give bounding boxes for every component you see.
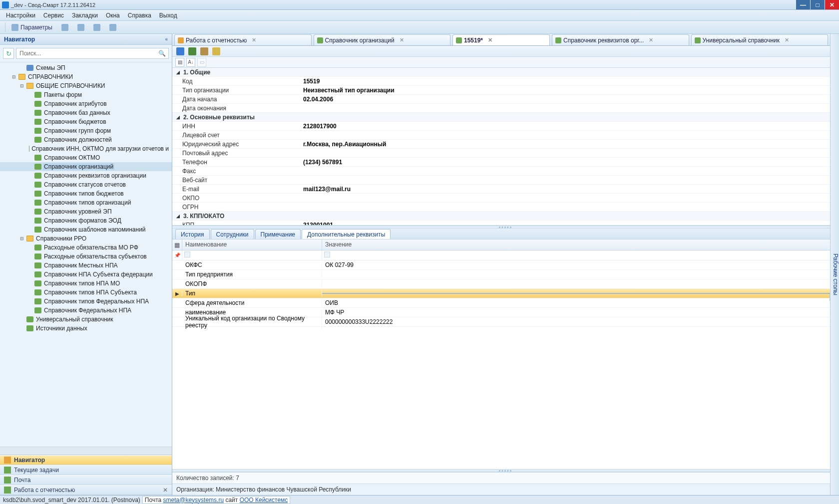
- tree-node[interactable]: Справочник типов Федеральных НПА: [0, 297, 172, 306]
- prop-row[interactable]: Юридический адресг.Москва, пер.Авиационн…: [172, 140, 831, 149]
- tree-node[interactable]: Справочник типов НПА Субъекта: [0, 288, 172, 297]
- navigator-search-input[interactable]: [16, 48, 169, 59]
- prop-row[interactable]: Дата начала02.04.2006: [172, 95, 831, 104]
- prop-row[interactable]: ОГРН: [172, 203, 831, 212]
- collapse-icon[interactable]: ◢: [176, 115, 180, 120]
- tree-node[interactable]: Справочник ОКТМО: [0, 153, 172, 162]
- prop-row[interactable]: Код15519: [172, 77, 831, 86]
- menu-help[interactable]: Справка: [125, 11, 154, 20]
- document-tab[interactable]: Справочник реквизитов орг...✕: [552, 34, 689, 45]
- tree-expander[interactable]: ⊟: [19, 83, 25, 88]
- navstack-item[interactable]: Текущие задачи: [0, 465, 172, 475]
- tree-node[interactable]: ⊟СПРАВОЧНИКИ: [0, 72, 172, 81]
- toolbar-btn-4[interactable]: [106, 23, 119, 32]
- navigator-tree[interactable]: Схемы ЭП⊟СПРАВОЧНИКИ⊟ОБЩИЕ СПРАВОЧНИКИПа…: [0, 62, 172, 447]
- navstack-item[interactable]: Почта: [0, 475, 172, 485]
- status-site-link[interactable]: ООО Кейсистемс: [240, 497, 288, 504]
- requisite-row[interactable]: ОКОПФ: [172, 279, 839, 289]
- save-icon[interactable]: [176, 47, 184, 55]
- filter-dropdown-icon[interactable]: [324, 252, 330, 257]
- collapse-icon[interactable]: ◢: [176, 214, 180, 219]
- document-tab[interactable]: Работа с отчетностью✕: [174, 34, 312, 45]
- menu-exit[interactable]: Выход: [156, 11, 180, 20]
- prop-row[interactable]: ОКПО: [172, 194, 831, 203]
- requisite-row[interactable]: Тип предприятия: [172, 270, 839, 279]
- filter-dropdown-icon[interactable]: [184, 252, 190, 257]
- close-icon[interactable]: ✕: [163, 487, 168, 494]
- prop-row[interactable]: Факс: [172, 167, 831, 176]
- close-icon[interactable]: ✕: [785, 37, 789, 43]
- detail-tab[interactable]: История: [175, 229, 210, 239]
- detail-tab[interactable]: Сотрудники: [211, 229, 254, 239]
- collapse-icon[interactable]: ◢: [176, 70, 180, 75]
- close-icon[interactable]: ✕: [488, 37, 492, 43]
- requisite-row[interactable]: Уникальный код организации по Сводному р…: [172, 317, 839, 327]
- tree-node[interactable]: Справочник групп форм: [0, 126, 172, 135]
- toolbar-btn-2[interactable]: [74, 23, 87, 32]
- detail-tab[interactable]: Дополнительные реквизиты: [302, 229, 391, 239]
- tree-node[interactable]: Справочник баз данных: [0, 108, 172, 117]
- tree-node[interactable]: Универсальный справочник: [0, 315, 172, 324]
- tree-node[interactable]: Справочник НПА Субъекта федерации: [0, 270, 172, 279]
- tree-node[interactable]: Справочник ИНН, ОКТМО для загрузки отчет…: [0, 144, 172, 153]
- tree-expander[interactable]: ⊟: [19, 236, 25, 241]
- document-tab[interactable]: 15519*✕: [452, 34, 550, 45]
- propgroup-header[interactable]: ◢1. Общие: [172, 68, 831, 77]
- requisite-value[interactable]: ОК 027-99: [322, 261, 839, 268]
- tree-node[interactable]: Справочник форматов ЭОД: [0, 216, 172, 225]
- sort-extra-button[interactable]: ▭: [197, 58, 206, 67]
- prop-row[interactable]: Лицевой счет: [172, 131, 831, 140]
- tree-node[interactable]: Справочник реквизитов организации: [0, 171, 172, 180]
- requisites-body[interactable]: ОКФСОК 027-99Тип предприятияОКОПФ▶Тип⋯Сф…: [172, 260, 839, 469]
- tree-node[interactable]: Схемы ЭП: [0, 63, 172, 72]
- tree-node[interactable]: Источники данных: [0, 324, 172, 333]
- column-name-header[interactable]: Наименование: [182, 240, 322, 250]
- tree-node[interactable]: Справочник шаблонов напоминаний: [0, 225, 172, 234]
- tree-node[interactable]: Справочник типов НПА МО: [0, 279, 172, 288]
- right-dock-desktops[interactable]: Рабочие столы: [830, 34, 839, 495]
- lock-icon[interactable]: [212, 47, 220, 55]
- prop-value[interactable]: 02.04.2006: [301, 96, 831, 103]
- requisite-row[interactable]: Сфера деятельностиОИВ: [172, 298, 839, 308]
- tree-expander[interactable]: ⊟: [11, 74, 17, 79]
- property-grid[interactable]: ◢1. ОбщиеКод15519Тип организацииНеизвест…: [172, 68, 831, 226]
- prop-row[interactable]: E-mailmail123@mail.ru: [172, 185, 831, 194]
- toolbar-btn-1[interactable]: [58, 23, 71, 32]
- window-close-button[interactable]: ✕: [825, 0, 839, 9]
- requisite-value[interactable]: 000000000333U2222222: [322, 318, 839, 325]
- menu-service[interactable]: Сервис: [40, 11, 67, 20]
- navstack-item[interactable]: Работа с отчетностью✕: [0, 485, 172, 495]
- document-tab[interactable]: Универсальный справочник✕: [691, 34, 829, 45]
- window-maximize-button[interactable]: □: [811, 0, 825, 9]
- prop-row[interactable]: ИНН2128017900: [172, 122, 831, 131]
- prop-row[interactable]: Дата окончания: [172, 104, 831, 113]
- refresh-icon[interactable]: [188, 47, 196, 55]
- prop-row[interactable]: Почтовый адрес: [172, 149, 831, 158]
- prop-value[interactable]: г.Москва, пер.Авиационный: [301, 141, 831, 148]
- requisite-row[interactable]: ОКФСОК 027-99: [172, 260, 839, 270]
- tree-node[interactable]: Расходные обязательства субъектов: [0, 252, 172, 261]
- prop-row[interactable]: Веб-сайт: [172, 176, 831, 185]
- tree-node[interactable]: Пакеты форм: [0, 90, 172, 99]
- propgroup-header[interactable]: ◢3. КПП/ОКАТО: [172, 212, 831, 221]
- close-icon[interactable]: ✕: [400, 37, 404, 43]
- requisite-value[interactable]: ⋯: [322, 293, 839, 294]
- navstack-item[interactable]: Навигатор: [0, 455, 172, 465]
- horizontal-splitter[interactable]: [172, 226, 839, 229]
- menu-windows[interactable]: Окна: [103, 11, 123, 20]
- detail-tab[interactable]: Примечание: [255, 229, 301, 239]
- tree-node[interactable]: Справочник Местных НПА: [0, 261, 172, 270]
- close-icon[interactable]: ✕: [252, 37, 256, 43]
- journal-icon[interactable]: [200, 47, 208, 55]
- prop-value[interactable]: mail123@mail.ru: [301, 186, 831, 193]
- tree-node[interactable]: Справочник типов бюджетов: [0, 189, 172, 198]
- window-minimize-button[interactable]: —: [796, 0, 810, 9]
- grid-selector-header[interactable]: ▦: [172, 240, 182, 250]
- column-value-header[interactable]: Значение: [322, 240, 839, 250]
- propgroup-header[interactable]: ◢2. Основные реквизиты: [172, 113, 831, 122]
- prop-value[interactable]: (1234) 567891: [301, 159, 831, 166]
- navigator-hscroll[interactable]: [0, 447, 172, 455]
- toolbar-btn-3[interactable]: [90, 23, 103, 32]
- requisite-row[interactable]: ▶Тип⋯: [172, 289, 839, 298]
- tree-node[interactable]: Справочник бюджетов: [0, 117, 172, 126]
